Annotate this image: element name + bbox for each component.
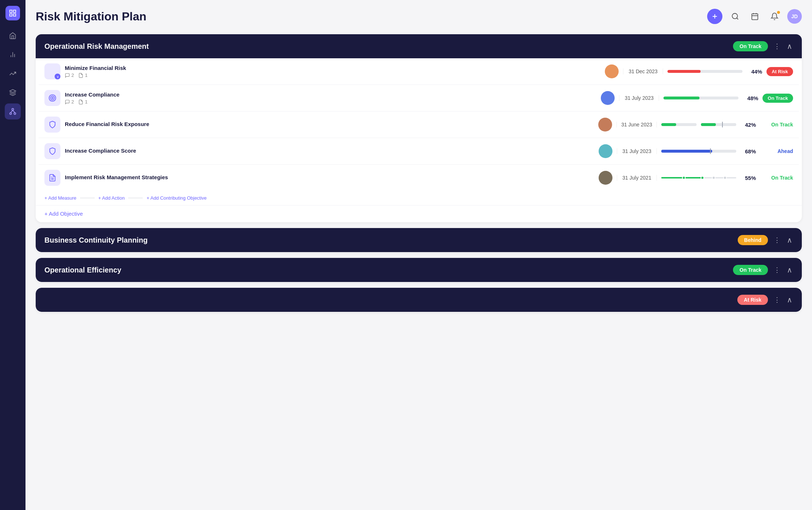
status-badge: On Track — [733, 41, 768, 51]
table-row: ∨ Minimize Financial Risk 2 1 — [39, 58, 799, 85]
svg-line-11 — [11, 110, 13, 113]
objective-meta: 2 1 — [65, 72, 600, 78]
add-links-row: + Add Measure + Add Action + Add Contrib… — [36, 191, 802, 205]
section-title: Operational Risk Management — [44, 42, 149, 51]
add-measure-link[interactable]: + Add Measure — [44, 195, 76, 201]
section-menu-button[interactable]: ⋮ — [772, 294, 782, 305]
objective-icon — [44, 117, 60, 133]
progress-section: 44% — [667, 68, 762, 75]
progress-percentage: 55% — [741, 175, 756, 181]
status-text: On Track — [760, 122, 793, 128]
progress-section: 48% — [663, 95, 758, 101]
search-icon[interactable] — [728, 9, 742, 23]
progress-bar — [663, 97, 738, 99]
section-collapse-button[interactable]: ∧ — [786, 295, 793, 305]
progress-bar — [661, 123, 697, 126]
sidebar-item-home[interactable] — [5, 28, 21, 44]
sidebar-logo[interactable] — [5, 6, 20, 20]
status-badge: Behind — [738, 235, 768, 245]
table-row: Increase Compliance 2 1 31 July 2023 — [39, 85, 799, 111]
milestone-dot — [712, 176, 716, 180]
add-action-link[interactable]: + Add Action — [98, 195, 125, 201]
section-header-actions: On Track ⋮ ∧ — [733, 264, 793, 275]
notification-icon[interactable] — [768, 9, 781, 23]
progress-fill — [661, 123, 676, 126]
status-badge: At Risk — [737, 295, 768, 305]
section-collapse-button[interactable]: ∧ — [786, 41, 793, 51]
objectives-list: ∨ Minimize Financial Risk 2 1 — [36, 58, 802, 191]
assignee-avatar — [599, 144, 612, 158]
section-operational-efficiency: Operational Efficiency On Track ⋮ ∧ — [36, 258, 802, 282]
section-collapse-button[interactable]: ∧ — [786, 235, 793, 245]
section-header-business-continuity: Business Continuity Planning Behind ⋮ ∧ — [36, 228, 802, 252]
section-collapse-button[interactable]: ∧ — [786, 265, 793, 275]
sub-count: 2 — [65, 99, 74, 105]
section-title: Business Continuity Planning — [44, 236, 147, 244]
objective-info: Increase Compliance 2 1 — [65, 91, 596, 105]
sidebar-item-layers[interactable] — [5, 85, 21, 101]
add-button[interactable] — [707, 9, 722, 24]
svg-line-16 — [737, 18, 738, 19]
assignee-avatar — [601, 91, 615, 105]
objective-date: 31 July 2023 — [617, 148, 657, 154]
add-objective-button[interactable]: + Add Objective — [44, 211, 83, 217]
section-menu-button[interactable]: ⋮ — [772, 264, 782, 275]
assignee-avatar — [599, 171, 612, 185]
status-badge-at-risk: At Risk — [766, 67, 793, 76]
section-menu-button[interactable]: ⋮ — [772, 41, 782, 52]
svg-point-8 — [12, 109, 14, 110]
status-badge-on-track: On Track — [762, 94, 793, 103]
divider — [80, 198, 95, 198]
svg-line-12 — [13, 110, 15, 113]
progress-fill — [667, 70, 701, 73]
objective-name: Reduce Financial Risk Exposure — [65, 121, 594, 127]
svg-point-25 — [51, 96, 55, 100]
milestone-dot — [723, 176, 727, 180]
main-content: Risk Mitigation Plan — [25, 0, 812, 510]
progress-fill — [663, 97, 699, 99]
section-header-fourth: At Risk ⋮ ∧ — [36, 288, 802, 312]
section-menu-button[interactable]: ⋮ — [772, 235, 782, 246]
svg-point-9 — [10, 113, 12, 114]
svg-rect-2 — [10, 14, 12, 16]
svg-point-26 — [52, 97, 53, 99]
milestones-track — [661, 176, 736, 179]
progress-track — [701, 123, 736, 126]
section-business-continuity: Business Continuity Planning Behind ⋮ ∧ — [36, 228, 802, 252]
sidebar — [0, 0, 25, 510]
section-fourth: At Risk ⋮ ∧ — [36, 288, 802, 312]
section-header-actions: At Risk ⋮ ∧ — [737, 294, 793, 305]
doc-count: 1 — [78, 99, 87, 105]
user-avatar[interactable]: JD — [787, 9, 802, 24]
objective-name: Increase Compliance — [65, 91, 596, 98]
status-text: On Track — [760, 175, 793, 181]
divider — [128, 198, 143, 198]
progress-percentage: 48% — [743, 95, 758, 101]
progress-percentage: 42% — [741, 122, 756, 128]
svg-marker-7 — [10, 90, 16, 93]
section-header-operational-risk: Operational Risk Management On Track ⋮ ∧ — [36, 34, 802, 58]
sidebar-item-network[interactable] — [5, 103, 21, 119]
add-contributing-link[interactable]: + Add Contributing Objective — [146, 195, 206, 201]
svg-point-15 — [732, 13, 738, 19]
table-row: Reduce Financial Risk Exposure 31 June 2… — [39, 111, 799, 138]
progress-percentage: 68% — [741, 148, 756, 154]
objective-meta: 2 1 — [65, 99, 596, 105]
milestone-dot — [701, 176, 704, 180]
assignee-avatar — [605, 64, 619, 78]
expand-icon[interactable]: ∨ — [55, 74, 60, 79]
objective-icon — [44, 143, 60, 159]
svg-rect-0 — [10, 10, 12, 12]
status-badge: On Track — [733, 265, 768, 275]
objective-info: Minimize Financial Risk 2 1 — [65, 65, 600, 78]
sidebar-item-trend[interactable] — [5, 66, 21, 82]
add-objective-section: + Add Objective — [36, 205, 802, 222]
sidebar-item-chart[interactable] — [5, 47, 21, 63]
progress-bar — [667, 70, 742, 73]
target-line — [722, 122, 723, 128]
progress-track — [661, 150, 736, 153]
calendar-icon[interactable] — [748, 9, 762, 23]
table-row: Increase Compliance Score 31 July 2023 6… — [39, 138, 799, 165]
section-operational-risk: Operational Risk Management On Track ⋮ ∧… — [36, 34, 802, 222]
milestone-dot — [682, 176, 686, 180]
